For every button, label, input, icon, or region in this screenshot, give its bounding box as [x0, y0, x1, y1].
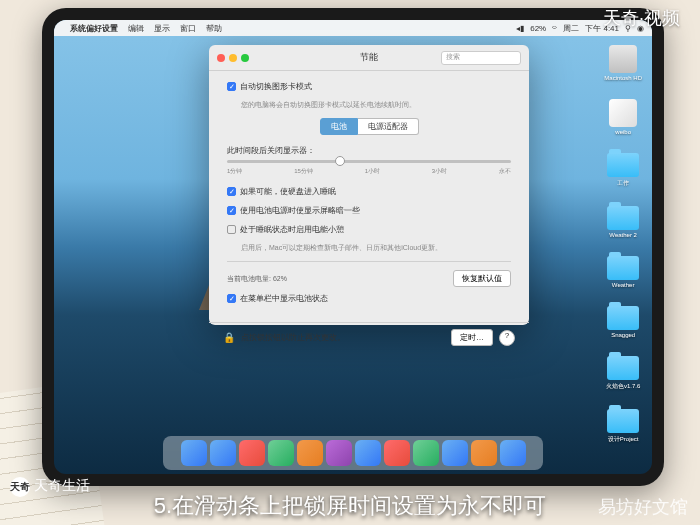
minimize-icon[interactable] [229, 54, 237, 62]
dock-app[interactable] [239, 440, 265, 466]
desktop-icons: Macintosh HD weibo 工作 Weather 2 Weather … [604, 45, 642, 444]
dock-finder[interactable] [181, 440, 207, 466]
tab-adapter[interactable]: 电源适配器 [358, 118, 419, 135]
dock-app[interactable] [413, 440, 439, 466]
dim-display-label: 使用电池电源时使显示屏略暗一些 [240, 205, 360, 216]
zoom-icon[interactable] [241, 54, 249, 62]
display-sleep-label: 此时间段后关闭显示器： [227, 145, 511, 156]
menu-edit[interactable]: 编辑 [128, 23, 144, 34]
desktop-folder[interactable]: 工作 [607, 153, 639, 188]
drive-icon [609, 45, 637, 73]
app-menu[interactable]: 系统偏好设置 [70, 23, 118, 34]
folder-icon [607, 153, 639, 177]
schedule-button[interactable]: 定时… [451, 329, 493, 346]
restore-defaults-button[interactable]: 恢复默认值 [453, 270, 511, 287]
dock-app[interactable] [210, 440, 236, 466]
traffic-lights [217, 54, 249, 62]
dock-app[interactable] [500, 440, 526, 466]
status-day: 周二 [563, 23, 579, 34]
menu-window[interactable]: 窗口 [180, 23, 196, 34]
window-title: 节能 [360, 51, 378, 64]
desktop-folder[interactable]: 设计Project [607, 409, 639, 444]
auto-graphics-checkbox[interactable]: ✓ [227, 82, 236, 91]
search-input[interactable]: 搜索 [441, 51, 521, 65]
lock-icon[interactable]: 🔒 [223, 332, 235, 343]
dock-app[interactable] [268, 440, 294, 466]
close-icon[interactable] [217, 54, 225, 62]
desktop-folder[interactable]: Snagged [607, 306, 639, 338]
energy-saver-window: 节能 搜索 ✓ 自动切换图形卡模式 您的电脑将会自动切换图形卡模式以延长电池续航… [209, 45, 529, 325]
folder-icon [607, 356, 639, 380]
window-titlebar[interactable]: 节能 搜索 [209, 45, 529, 71]
dock [163, 436, 543, 470]
folder-icon [607, 206, 639, 230]
battery-percent: 62% [530, 24, 546, 33]
display-sleep-slider[interactable] [227, 160, 511, 163]
dock-app[interactable] [384, 440, 410, 466]
power-nap-checkbox[interactable] [227, 225, 236, 234]
desktop-drive[interactable]: Macintosh HD [604, 45, 642, 81]
menubar: 系统偏好设置 编辑 显示 窗口 帮助 ◂▮ 62% ⌔ 周二 下午 4:41 ⚲… [54, 20, 652, 36]
device-frame: 系统偏好设置 编辑 显示 窗口 帮助 ◂▮ 62% ⌔ 周二 下午 4:41 ⚲… [42, 8, 664, 486]
desktop-folder[interactable]: weibo [609, 99, 637, 135]
desktop-folder[interactable]: Weather 2 [607, 206, 639, 238]
hdd-sleep-label: 如果可能，使硬盘进入睡眠 [240, 186, 336, 197]
dock-app[interactable] [355, 440, 381, 466]
auto-graphics-label: 自动切换图形卡模式 [240, 81, 312, 92]
watermark-top-right: 天奇·视频 [603, 6, 680, 30]
hdd-sleep-checkbox[interactable]: ✓ [227, 187, 236, 196]
menu-view[interactable]: 显示 [154, 23, 170, 34]
desktop-folder[interactable]: 火焰色v1.7.6 [606, 356, 640, 391]
menubar-battery-checkbox[interactable]: ✓ [227, 294, 236, 303]
folder-icon [607, 256, 639, 280]
dock-app[interactable] [471, 440, 497, 466]
help-button[interactable]: ? [499, 330, 515, 346]
screen: 系统偏好设置 编辑 显示 窗口 帮助 ◂▮ 62% ⌔ 周二 下午 4:41 ⚲… [54, 20, 652, 474]
image-icon [609, 99, 637, 127]
menu-help[interactable]: 帮助 [206, 23, 222, 34]
slider-ticks: 1分钟 15分钟 1小时 3小时 永不 [227, 167, 511, 176]
menubar-battery-label: 在菜单栏中显示电池状态 [240, 293, 328, 304]
tab-battery[interactable]: 电池 [320, 118, 358, 135]
dock-app[interactable] [297, 440, 323, 466]
battery-status-text: 当前电池电量: 62% [227, 274, 287, 284]
slider-thumb[interactable] [335, 156, 345, 166]
desktop-folder[interactable]: Weather [607, 256, 639, 288]
dock-app[interactable] [442, 440, 468, 466]
wifi-icon[interactable]: ⌔ [552, 24, 557, 33]
lock-text: 点按锁按钮以防止再次更改。 [241, 332, 345, 343]
folder-icon [607, 306, 639, 330]
auto-graphics-desc: 您的电脑将会自动切换图形卡模式以延长电池续航时间。 [241, 100, 511, 110]
power-source-tabs: 电池 电源适配器 [227, 118, 511, 135]
power-nap-label: 处于睡眠状态时启用电能小憩 [240, 224, 344, 235]
power-nap-desc: 启用后，Mac可以定期检查新电子邮件、日历和其他iCloud更新。 [241, 243, 511, 253]
dock-app[interactable] [326, 440, 352, 466]
dim-display-checkbox[interactable]: ✓ [227, 206, 236, 215]
folder-icon [607, 409, 639, 433]
battery-icon[interactable]: ◂▮ [516, 24, 524, 33]
instruction-caption: 5.在滑动条上把锁屏时间设置为永不即可 [0, 491, 700, 521]
